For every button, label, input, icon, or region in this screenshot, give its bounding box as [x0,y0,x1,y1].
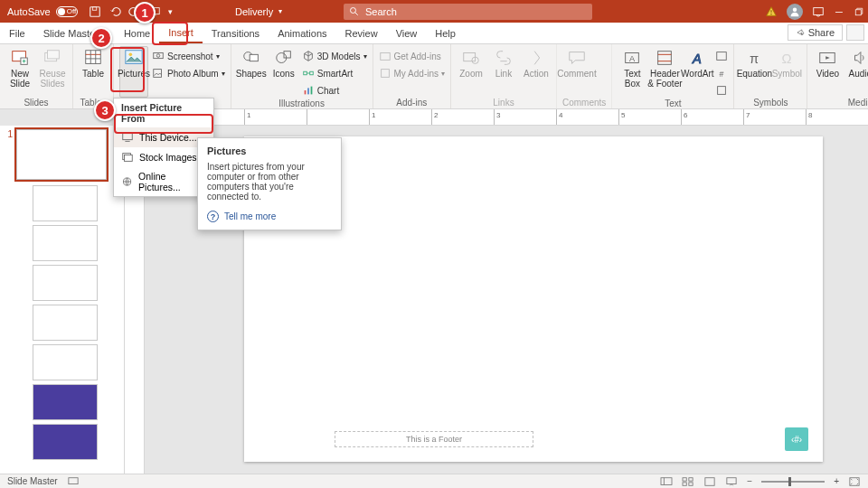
tab-review[interactable]: Review [336,23,387,43]
zoom-button[interactable]: Zoom [457,46,486,98]
tab-insert[interactable]: Insert [159,23,203,43]
svg-rect-62 [683,477,686,480]
status-view-icon[interactable] [67,476,80,487]
undo-icon[interactable] [108,5,121,18]
help-icon: ? [207,211,219,222]
link-button[interactable]: Link [489,46,518,98]
user-avatar[interactable] [787,4,803,20]
slide-number-placeholder[interactable]: ‹#› [785,427,808,451]
tell-me-more-link[interactable]: ? Tell me more [207,211,332,222]
warning-icon[interactable] [765,5,778,18]
svg-rect-36 [380,53,390,61]
video-button[interactable]: Video [813,46,842,98]
header-footer-icon [655,48,675,68]
get-addins-button[interactable]: Get Add-ins [379,48,445,64]
zoom-slider[interactable] [761,481,825,483]
sorter-view-icon[interactable] [682,476,694,487]
layout-thumb-6[interactable] [33,384,98,420]
action-button[interactable]: Action [522,46,551,98]
tab-help[interactable]: Help [426,23,465,43]
callout-2: 2 [90,27,112,49]
search-icon [349,6,360,17]
my-addins-button[interactable]: My Add-ins▾ [379,65,445,81]
toggle-switch[interactable]: Off [56,6,78,17]
pictures-button[interactable]: Pictures [119,46,148,98]
date-time-button[interactable] [715,48,728,64]
wordart-button[interactable]: AWordArt [683,46,712,99]
svg-rect-35 [310,87,312,95]
callout-1: 1 [134,2,156,23]
layout-thumb-1[interactable] [33,185,98,221]
header-footer-button[interactable]: Header & Footer [650,46,679,99]
cube-icon [302,50,315,62]
svg-text:#: # [720,70,724,79]
screenshot-button[interactable]: Screenshot▾ [152,48,225,64]
tab-file[interactable]: File [0,23,34,43]
svg-rect-42 [658,52,672,65]
icons-button[interactable]: Icons [269,46,298,99]
master-thumbnail[interactable] [16,129,107,180]
svg-point-22 [129,53,133,57]
svg-rect-0 [90,6,99,16]
ribbon-tabs: File Slide Master Home Insert Transition… [0,23,868,44]
textbox-button[interactable]: AText Box [618,46,646,99]
quick-access-toolbar: ▾ [89,5,173,18]
textbox-icon: A [622,48,642,68]
comments-pane-button[interactable] [846,24,864,41]
layout-thumb-2[interactable] [33,225,98,261]
layout-thumb-4[interactable] [33,305,98,341]
addins-icon [379,67,392,80]
save-icon[interactable] [89,5,101,18]
object-button[interactable] [715,82,728,99]
master-thumb-row[interactable]: 1 [0,127,124,182]
slide-number-button[interactable]: # [715,65,728,81]
photo-album-button[interactable]: Photo Album▾ [152,65,225,81]
restore-button[interactable] [854,6,864,17]
table-button[interactable]: Table [79,46,108,98]
online-pictures-icon [121,175,133,188]
equation-icon: π [744,48,764,68]
group-symbols: πEquation ΩSymbol Symbols [734,44,807,108]
slide-thumbnails-panel[interactable]: 1 [0,126,125,474]
pictures-icon [124,48,144,68]
layout-thumb-5[interactable] [33,344,98,380]
3d-models-button[interactable]: 3D Models▾ [302,48,367,64]
minimize-button[interactable]: ─ [834,6,844,17]
svg-rect-60 [661,477,672,484]
group-comments: Comment Comments [557,44,612,108]
chart-button[interactable]: Chart [302,82,367,99]
title-bar: AutoSave Off ▾ Deliverly ▾ Search ─ [0,0,868,23]
tab-animations[interactable]: Animations [269,23,335,43]
share-button[interactable]: Share [788,24,843,41]
ribbon-display-icon[interactable] [812,5,825,18]
smartart-button[interactable]: SmartArt [302,65,367,81]
document-title[interactable]: Deliverly ▾ [235,6,282,17]
svg-point-6 [770,13,771,14]
tab-view[interactable]: View [387,23,427,43]
zoom-out-button[interactable]: − [747,476,752,486]
search-box[interactable]: Search [344,4,592,20]
layout-thumb-7[interactable] [33,424,98,460]
normal-view-icon[interactable] [660,476,673,487]
audio-button[interactable]: Audio [845,46,868,98]
autosave-toggle[interactable]: AutoSave Off [7,6,78,17]
qat-more-icon[interactable]: ▾ [168,7,173,16]
layout-thumb-3[interactable] [33,265,98,301]
tab-home[interactable]: Home [108,23,159,43]
photo-album-icon [152,67,165,80]
shapes-button[interactable]: Shapes [237,46,266,99]
equation-button[interactable]: πEquation [740,46,769,98]
svg-point-24 [156,54,160,58]
reading-view-icon[interactable] [703,476,716,487]
group-media: Video Audio Scre Reco Media [807,44,868,108]
comment-button[interactable]: Comment [562,46,591,98]
svg-point-7 [793,7,797,12]
tab-transitions[interactable]: Transitions [203,23,269,43]
zoom-in-button[interactable]: + [834,476,839,486]
svg-rect-27 [250,54,258,61]
fit-window-icon[interactable] [848,476,861,487]
footer-placeholder[interactable]: This is a Footer [335,431,533,447]
svg-point-3 [351,7,356,13]
slideshow-view-icon[interactable] [725,476,738,487]
new-slide-button[interactable]: New Slide [5,46,34,98]
